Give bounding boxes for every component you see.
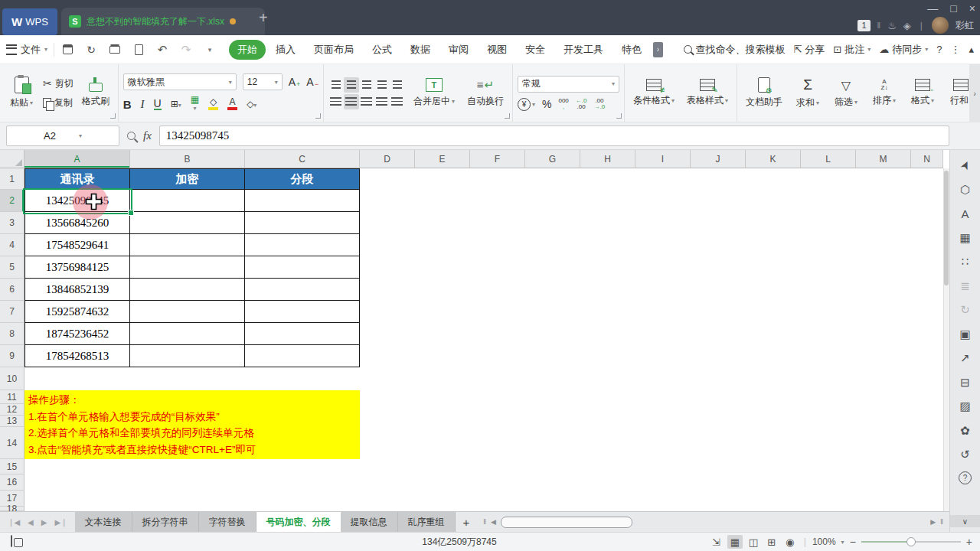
font-name-select[interactable]: 微软雅黑▾ (123, 73, 237, 90)
phone-cell[interactable]: 13756984125 (24, 256, 130, 279)
comma-style-button[interactable]: 000, (558, 98, 568, 110)
column-header-C[interactable]: C (245, 150, 360, 168)
sheet-tab-拆分字符串[interactable]: 拆分字符串 (132, 512, 199, 532)
percent-button[interactable]: % (542, 98, 551, 110)
scroll-right-icon[interactable]: ▶ (930, 518, 936, 526)
format-button[interactable]: ▫ 格式▾ (906, 77, 939, 109)
conditional-format-button[interactable]: ≠ 条件格式▾ (629, 77, 678, 109)
column-header-F[interactable]: F (470, 150, 525, 168)
row-header-11[interactable]: 11 (0, 390, 24, 404)
empty-cell[interactable] (245, 190, 360, 212)
page-break-view-icon[interactable]: ◫ (746, 535, 761, 549)
empty-cell[interactable] (245, 234, 360, 256)
activity-icon[interactable]: ♨ (887, 20, 897, 31)
zoom-slider[interactable] (861, 541, 961, 543)
empty-cell[interactable] (130, 256, 245, 279)
magnifier-icon[interactable] (127, 132, 136, 140)
select-cursor-icon[interactable]: ➤ (955, 155, 975, 176)
empty-cell[interactable] (130, 301, 245, 323)
empty-cell[interactable] (130, 323, 245, 345)
hscroll-grip2[interactable]: ‖ (940, 518, 943, 526)
row-header-14[interactable]: 14 (0, 427, 24, 459)
row-header-13[interactable]: 13 (0, 416, 24, 427)
sheet-tab-提取信息[interactable]: 提取信息 (341, 512, 398, 532)
ribbon-expand-button[interactable]: › (969, 64, 980, 122)
vertical-scrollbar[interactable] (943, 168, 949, 511)
merge-center-button[interactable]: 合并居中▾ (410, 77, 459, 109)
decrease-indent-button[interactable] (374, 77, 390, 93)
cut-button[interactable]: ✂ 剪切 (43, 77, 74, 90)
row-header-2[interactable]: 2 (0, 190, 24, 212)
number-format-select[interactable]: 常规▾ (518, 76, 619, 93)
column-header-E[interactable]: E (415, 150, 470, 168)
sync-refresh-icon[interactable]: ↻ (957, 302, 974, 318)
row-header-4[interactable]: 4 (0, 234, 24, 256)
scroll-left-icon[interactable]: ◀ (491, 518, 496, 526)
currency-button[interactable]: ¥ (518, 98, 531, 111)
table-icon[interactable]: ▦ (957, 230, 974, 246)
row-header-9[interactable]: 9 (0, 345, 24, 367)
features-expand-button[interactable]: › (653, 42, 663, 57)
phone-cell[interactable]: 15925874632 (24, 301, 130, 323)
phone-cell[interactable]: 13846852139 (24, 279, 130, 301)
theme-skin-icon[interactable]: ◈ (903, 20, 911, 31)
more-dropdown-icon[interactable] (203, 43, 217, 57)
shapes-icon[interactable]: ⬡ (957, 182, 974, 197)
sheet-tab-号码加密、分段[interactable]: 号码加密、分段 (256, 512, 341, 532)
comment-button[interactable]: ⊡ 批注 ▾ (833, 43, 871, 57)
shading-button[interactable]: ▦▾ (191, 96, 199, 112)
zoom-out-button[interactable]: − (850, 536, 856, 548)
user-avatar[interactable] (932, 17, 949, 34)
increase-indent-button[interactable] (390, 77, 405, 93)
empty-cell[interactable] (245, 279, 360, 301)
wordart-icon[interactable]: A (957, 206, 974, 221)
phone-cell[interactable]: 18745236452 (24, 323, 130, 345)
phone-cell[interactable]: 17548529641 (24, 234, 130, 256)
cell-mode-indicator[interactable] (11, 536, 12, 546)
align-top-button[interactable] (328, 77, 344, 93)
new-tab-button[interactable]: + (259, 9, 268, 27)
share-button[interactable]: ⇱ 分享 (793, 43, 825, 57)
row-header-10[interactable]: 10 (0, 367, 24, 390)
wps-menu-button[interactable]: W WPS (2, 8, 57, 35)
picture-icon[interactable]: ▨ (957, 399, 974, 414)
minimize-icon[interactable]: — (927, 2, 938, 15)
sum-button[interactable]: Σ 求和▾ (791, 75, 825, 111)
print-preview-icon[interactable] (132, 43, 145, 57)
vscroll-thumb[interactable] (944, 171, 949, 285)
close-icon[interactable]: × (969, 2, 975, 15)
bold-button[interactable]: B (123, 98, 132, 111)
row-header-3[interactable]: 3 (0, 212, 24, 234)
zoom-in-button[interactable]: + (966, 536, 972, 548)
underline-button[interactable]: U (154, 98, 162, 110)
hscroll-thumb[interactable] (501, 517, 632, 528)
screenshot-icon[interactable]: ▣ (957, 327, 974, 342)
menu-tab-视图[interactable]: 视图 (479, 40, 515, 60)
empty-cell[interactable] (130, 345, 245, 367)
italic-button[interactable]: I (141, 98, 145, 111)
collapse-chevron-icon[interactable]: ∨ (950, 515, 980, 527)
document-tab[interactable]: S 意想不到的智能填充了解一下.xlsx (61, 8, 265, 35)
next-sheet-icon[interactable]: ▶ (41, 518, 47, 527)
column-header-L[interactable]: L (801, 150, 856, 168)
copy-button[interactable]: 复制 (43, 96, 74, 109)
table-style-button[interactable]: ✎ 表格样式▾ (683, 77, 732, 109)
distribute-button[interactable] (390, 94, 405, 109)
empty-cell[interactable] (245, 256, 360, 279)
increase-font-button[interactable]: A+ (289, 76, 301, 88)
menu-tab-审阅[interactable]: 审阅 (440, 40, 477, 60)
history-icon[interactable]: ↺ (957, 447, 974, 462)
menu-tab-页面布局[interactable]: 页面布局 (305, 40, 362, 60)
highlight-color-button[interactable]: ◇ (208, 98, 218, 110)
hscroll-track[interactable] (501, 516, 926, 528)
doc-assistant-button[interactable]: 文档助手 (742, 76, 786, 110)
phone-cell[interactable]: 13566845260 (24, 212, 130, 234)
row-header-15[interactable]: 15 (0, 459, 24, 474)
username[interactable]: 彩虹 (956, 19, 974, 32)
sheet-tab-乱序重组[interactable]: 乱序重组 (398, 512, 456, 532)
sort-button[interactable]: AZ↓ 排序▾ (867, 77, 901, 109)
column-header-G[interactable]: G (525, 150, 580, 168)
empty-cell[interactable] (245, 301, 360, 323)
collapse-ribbon-icon[interactable]: ▴ (969, 44, 974, 55)
format-painter-button[interactable]: 格式刷 (78, 77, 113, 109)
